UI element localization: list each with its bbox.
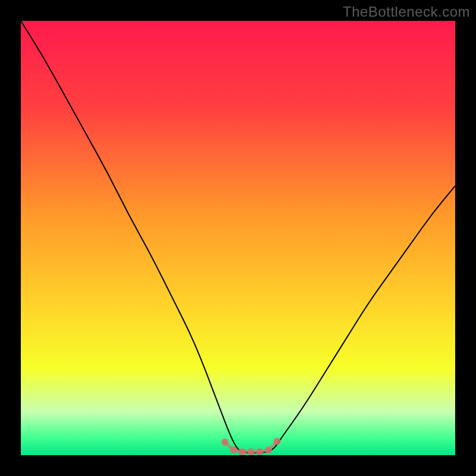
svg-rect-0 [21,21,455,455]
chart-frame: TheBottleneck.com [0,0,476,476]
bottleneck-chart [0,0,476,476]
